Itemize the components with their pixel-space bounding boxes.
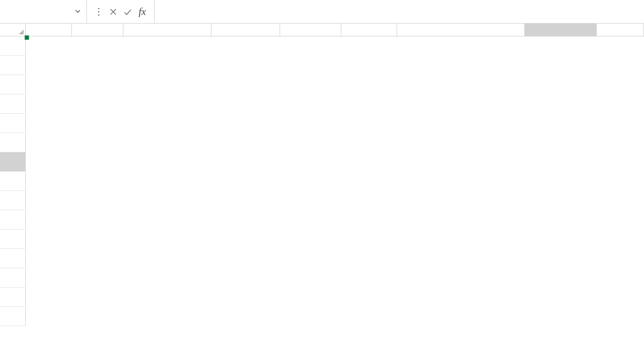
col-header-D[interactable]	[211, 24, 280, 36]
row-header-12[interactable]	[0, 249, 26, 268]
row-header-7[interactable]	[0, 152, 26, 172]
col-header-G[interactable]	[397, 24, 525, 36]
select-all-corner[interactable]	[0, 24, 26, 36]
formula-input[interactable]	[155, 0, 644, 23]
svg-point-1	[98, 11, 100, 12]
row-header-4[interactable]	[0, 94, 26, 114]
selection-outline	[26, 36, 28, 39]
col-header-C[interactable]	[123, 24, 211, 36]
col-header-B[interactable]	[72, 24, 123, 36]
row-header-8[interactable]	[0, 172, 26, 191]
enter-icon[interactable]	[121, 5, 134, 18]
row-header-11[interactable]	[0, 230, 26, 249]
row-header-3[interactable]	[0, 75, 26, 94]
row-header-13[interactable]	[0, 268, 26, 288]
row-header-2[interactable]	[0, 56, 26, 75]
row-header-9[interactable]	[0, 191, 26, 210]
fill-handle[interactable]	[25, 35, 29, 40]
svg-point-0	[98, 8, 100, 9]
row-headers	[0, 36, 26, 338]
dots-vertical-icon[interactable]	[92, 5, 105, 18]
col-header-A[interactable]	[26, 24, 72, 36]
formula-bar: fx	[0, 0, 644, 24]
col-header-F[interactable]	[341, 24, 397, 36]
col-header-E[interactable]	[280, 24, 341, 36]
svg-point-2	[98, 14, 100, 16]
chevron-down-icon[interactable]	[75, 8, 81, 16]
row-header-14[interactable]	[0, 288, 26, 307]
row-header-1[interactable]	[0, 36, 26, 56]
row-header-6[interactable]	[0, 133, 26, 152]
formula-bar-controls: fx	[87, 0, 155, 23]
col-header-H[interactable]	[525, 24, 597, 36]
column-headers	[0, 24, 644, 36]
spreadsheet-grid	[0, 24, 644, 338]
cancel-icon[interactable]	[107, 5, 120, 18]
row-header-15[interactable]	[0, 307, 26, 326]
row-header-10[interactable]	[0, 210, 26, 230]
row-header-5[interactable]	[0, 114, 26, 133]
col-header-I[interactable]	[597, 24, 644, 36]
cells-area[interactable]	[26, 36, 644, 338]
fx-icon[interactable]: fx	[136, 5, 149, 18]
name-box[interactable]	[0, 0, 87, 23]
